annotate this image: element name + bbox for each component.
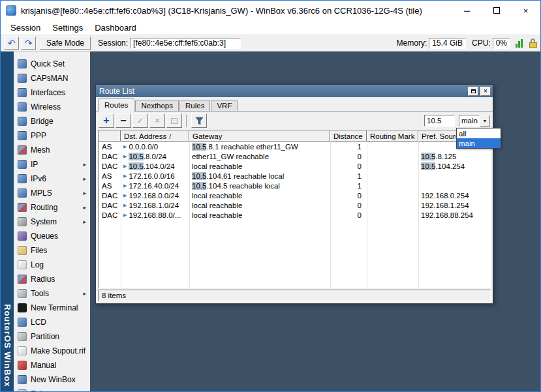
route-list-close-button[interactable]: × <box>480 87 491 96</box>
system-icon <box>18 217 27 226</box>
enable-button[interactable]: ✓ <box>132 113 148 128</box>
route-list-maximize-button[interactable] <box>468 87 478 96</box>
menu-dashboard[interactable]: Dashboard <box>89 22 142 34</box>
sidebar-item-ipv6[interactable]: IPv6▸ <box>14 172 90 186</box>
submenu-arrow-icon: ▸ <box>83 290 86 297</box>
column-header-dst-address[interactable]: Dst. Address/ <box>121 130 189 142</box>
table-row[interactable]: AS▶0.0.0.0/010.5.8.1 reachable ether11_G… <box>99 142 490 151</box>
route-list-window: Route List × Routes Nexthops Rules VRF +… <box>95 84 493 304</box>
route-flags: AS <box>99 171 121 181</box>
sidebar-item-new-winbox[interactable]: New WinBox <box>14 372 90 387</box>
route-filter-input[interactable] <box>424 115 455 127</box>
column-header-distance[interactable]: Distance <box>330 130 367 142</box>
disable-button[interactable]: × <box>149 113 165 128</box>
filter-match: 10.5 <box>421 153 435 160</box>
table-row[interactable]: DAC▶10.5.8.0/24ether11_GW reachable010.5… <box>99 151 490 161</box>
comment-icon <box>171 118 178 124</box>
distance-cell: 1 <box>330 171 367 181</box>
add-route-button[interactable]: + <box>99 113 114 128</box>
maximize-button[interactable] <box>482 1 511 20</box>
sidebar-item-mpls[interactable]: MPLS▸ <box>14 186 90 200</box>
tab-vrf[interactable]: VRF <box>211 100 238 112</box>
route-list-titlebar[interactable]: Route List × <box>96 85 493 97</box>
traffic-graph-icon[interactable] <box>516 39 525 48</box>
sidebar-item-files[interactable]: Files <box>14 243 90 258</box>
minimize-button[interactable]: ─ <box>452 1 482 20</box>
sidebar-item-lcd[interactable]: LCD <box>14 315 90 329</box>
sidebar-item-bridge[interactable]: Bridge <box>14 114 90 128</box>
comment-button[interactable] <box>166 113 182 128</box>
tab-nexthops[interactable]: Nexthops <box>135 100 179 112</box>
sidebar-item-tools[interactable]: Tools▸ <box>14 286 90 301</box>
gateway-cell: 10.5.8.1 reachable ether11_GW <box>189 142 330 151</box>
dropdown-option-main[interactable]: main <box>457 138 501 148</box>
toolbar-separator <box>186 115 187 127</box>
table-row[interactable]: AS▶172.16.0.0/1610.5.104.61 reachable lo… <box>99 171 490 181</box>
table-row[interactable]: DAC▶192.168.0.0/24local reachable0192.16… <box>99 190 490 200</box>
column-header-gateway[interactable]: Gateway <box>189 130 330 142</box>
routing-table-combobox[interactable]: main ▼ <box>459 115 490 127</box>
sidebar-item-ip[interactable]: IP▸ <box>14 157 90 172</box>
tab-routes[interactable]: Routes <box>98 98 134 112</box>
sidebar-item-log[interactable]: Log <box>14 258 90 272</box>
distance-cell: 0 <box>330 151 367 161</box>
menu-settings[interactable]: Settings <box>46 22 89 34</box>
table-row[interactable]: DAC▶192.168.88.0/...local reachable0192.… <box>99 210 490 220</box>
routing-table-dropdown: allmain <box>456 128 501 149</box>
filter-match: 10.5 <box>129 162 143 170</box>
route-marker-icon: ▶ <box>123 193 127 198</box>
filter-button[interactable] <box>191 113 207 128</box>
route-list-toolbar: + − ✓ × main ▼ <box>96 112 493 130</box>
sidebar-item-wireless[interactable]: Wireless <box>14 100 90 114</box>
ppp-icon <box>18 131 27 140</box>
make-supout-icon <box>18 346 27 355</box>
sidebar-item-partition[interactable]: Partition <box>14 329 90 344</box>
main-canvas: Route List × Routes Nexthops Rules VRF +… <box>90 52 540 391</box>
routeros-winbox-brand: RouterOS WinBox <box>3 304 12 387</box>
memory-value: 15.4 GiB <box>429 38 466 49</box>
sidebar-item-routing[interactable]: Routing▸ <box>14 200 90 215</box>
sidebar-item-capsman[interactable]: CAPsMAN <box>14 71 90 85</box>
routing-mark-cell <box>367 151 418 161</box>
tools-icon <box>18 289 27 298</box>
sidebar-item-ppp[interactable]: PPP <box>14 128 90 143</box>
sidebar-item-quick-set[interactable]: Quick Set <box>14 57 90 71</box>
close-button[interactable]: × <box>511 1 540 20</box>
sidebar-item-new-terminal[interactable]: New Terminal <box>14 301 90 315</box>
sidebar-item-system[interactable]: System▸ <box>14 215 90 229</box>
gateway-cell: 10.5.104.5 reachable local <box>189 181 330 190</box>
route-table-body: AS▶0.0.0.0/010.5.8.1 reachable ether11_G… <box>99 142 490 220</box>
tab-rules[interactable]: Rules <box>179 100 210 112</box>
pref-source-cell: 10.5.8.125 <box>418 151 490 161</box>
routing-mark-cell <box>367 142 418 151</box>
dropdown-option-all[interactable]: all <box>457 128 501 138</box>
sidebar-item-exit[interactable]: Exit <box>14 387 90 391</box>
remove-route-button[interactable]: − <box>116 113 131 128</box>
sidebar-item-radius[interactable]: Radius <box>14 272 90 286</box>
dst-address-cell: ▶172.16.40.0/24 <box>121 181 189 190</box>
pref-source-cell <box>418 171 490 181</box>
sidebar-item-make-supout-rif[interactable]: Make Supout.rif <box>14 344 90 358</box>
route-list-tabs: Routes Nexthops Rules VRF <box>96 97 493 112</box>
safe-mode-button[interactable]: Safe Mode <box>40 37 91 50</box>
table-row[interactable]: AS▶172.16.40.0/2410.5.104.5 reachable lo… <box>99 181 490 190</box>
column-header-flags[interactable] <box>99 130 121 142</box>
sidebar-item-label: Files <box>31 246 47 255</box>
table-row[interactable]: DAC▶10.5.104.0/24local reachable010.5.10… <box>99 161 490 171</box>
sidebar-item-queues[interactable]: Queues <box>14 229 90 243</box>
chevron-down-icon[interactable]: ▼ <box>480 115 490 127</box>
pref-source-cell: 10.5.104.254 <box>418 161 490 171</box>
redo-button[interactable]: ↷ <box>21 37 36 50</box>
column-header-routing-mark[interactable]: Routing Mark <box>367 130 418 142</box>
sidebar-item-manual[interactable]: Manual <box>14 358 90 372</box>
menu-session[interactable]: Session <box>5 22 46 34</box>
table-row[interactable]: DAC▶192.168.1.0/24local reachable0192.16… <box>99 200 490 210</box>
titlebar[interactable]: krisjanis@[fe80::4e5e:cff:fef6:c0ab%3] (… <box>1 1 540 20</box>
session-address-field[interactable]: [fe80::4e5e:cff:fef6:c0ab:3] <box>130 38 241 49</box>
mesh-icon <box>18 145 27 155</box>
secure-session-lock-icon <box>529 38 537 48</box>
sidebar-item-mesh[interactable]: Mesh <box>14 143 90 157</box>
sidebar-item-interfaces[interactable]: Interfaces <box>14 85 90 100</box>
cpu-value: 0% <box>493 38 510 49</box>
undo-button[interactable]: ↶ <box>4 37 19 50</box>
